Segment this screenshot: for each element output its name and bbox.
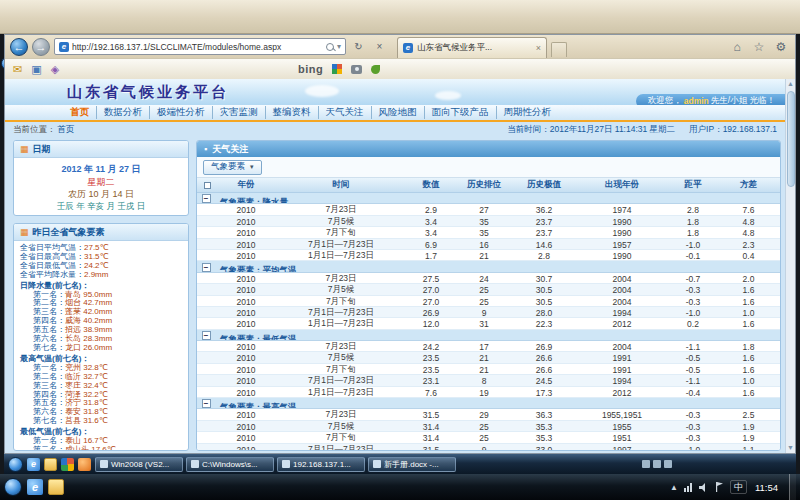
table-row[interactable]: − 2010 7月1日—7月23日 26.9 9 28.0 199: [197, 307, 780, 318]
favorites-star-icon[interactable]: ☆: [750, 40, 768, 54]
action-center-flag-icon[interactable]: [715, 482, 724, 492]
menu-item[interactable]: 风险地图: [371, 106, 424, 119]
cell-extreme: 30.7: [513, 274, 575, 284]
stop-button[interactable]: ×: [371, 38, 388, 55]
column-header[interactable]: 时间: [275, 179, 407, 191]
bing-logo[interactable]: bing: [298, 63, 323, 75]
table-row[interactable]: − 2010 7月1日—7月23日 6.9 16 14.6 195: [197, 239, 780, 250]
back-button[interactable]: ←: [10, 38, 28, 56]
table-row[interactable]: − 2010 7月下旬 31.4 25 35.3 1951: [197, 432, 780, 443]
column-header[interactable]: 出现年份: [575, 179, 669, 191]
apps-icon[interactable]: [61, 458, 74, 471]
search-icon[interactable]: [326, 43, 334, 51]
table-row[interactable]: − 2010 1月1日—7月23日 12.0 31 22.3 20: [197, 318, 780, 329]
table-row[interactable]: − 2010 7月下旬 23.5 21 26.6 1991: [197, 364, 780, 375]
image-addon-icon[interactable]: ▣: [31, 63, 41, 76]
element-dropdown-button[interactable]: 气象要素 ▾: [203, 160, 262, 175]
tools-gear-icon[interactable]: ⚙: [772, 40, 790, 54]
menu-item[interactable]: 面向下级产品: [424, 106, 496, 119]
menu-item[interactable]: 数据分析: [96, 106, 149, 119]
new-tab-button[interactable]: [551, 42, 567, 57]
group-expander-icon[interactable]: −: [202, 263, 211, 272]
summary-label: 全省平均降水量：: [20, 271, 84, 280]
mail-icon[interactable]: ✉: [13, 63, 22, 76]
browser-tab[interactable]: e 山东省气候业务平... ×: [397, 37, 547, 58]
menu-item[interactable]: 周期性分析: [496, 106, 559, 119]
remote-tray-icons[interactable]: [642, 460, 672, 468]
breadcrumb-value[interactable]: 首页: [58, 124, 75, 136]
folder-icon[interactable]: [44, 458, 57, 471]
start-button[interactable]: [8, 457, 23, 472]
volume-icon[interactable]: [699, 483, 709, 492]
address-bar[interactable]: e http://192.168.137.1/SLCCLIMATE/module…: [54, 38, 346, 55]
group-expander-icon[interactable]: −: [202, 399, 211, 408]
home-icon[interactable]: ⌂: [728, 40, 746, 54]
taskbar-window-button[interactable]: 新手册.docx -...: [368, 457, 456, 472]
table-row[interactable]: − 2010 7月5候 23.5 21 26.6 1991: [197, 352, 780, 363]
scroll-down-icon[interactable]: ▼: [787, 443, 794, 453]
table-row[interactable]: − 2010 7月23日 31.5 29 36.3 1955,19: [197, 409, 780, 420]
camera-addon-icon[interactable]: [351, 65, 362, 74]
refresh-button[interactable]: ↻: [350, 38, 367, 55]
clock[interactable]: 11:54: [755, 482, 778, 493]
table-row[interactable]: − 2010 7月1日—7月23日 31.5 9 33.0 199: [197, 444, 780, 450]
table-row[interactable]: − 2010 1月1日—7月23日 7.6 19 17.3 201: [197, 387, 780, 398]
table-row[interactable]: − 2010 7月5候 31.4 25 35.3 1955: [197, 421, 780, 432]
language-indicator[interactable]: 中: [730, 480, 747, 494]
scroll-up-icon[interactable]: ▲: [787, 79, 794, 89]
select-all-checkbox[interactable]: [204, 182, 211, 189]
column-header[interactable]: 历史极值: [513, 179, 575, 191]
table-row[interactable]: − 2010 7月1日—7月23日 23.1 8 24.5 199: [197, 375, 780, 386]
menu-item[interactable]: 整编资料: [265, 106, 318, 119]
taskbar-window-button[interactable]: 192.168.137.1...: [277, 457, 365, 472]
menu-item[interactable]: 天气关注: [318, 106, 371, 119]
apps-grid-icon[interactable]: [332, 64, 342, 74]
media-player-icon[interactable]: [78, 458, 91, 471]
taskbar-window-button[interactable]: Win2008 (VS2...: [95, 457, 183, 472]
table-row[interactable]: − 2010 7月5候 3.4 35 23.7 1990: [197, 216, 780, 227]
table-row[interactable]: − 2010 7月下旬 27.0 25 30.5 2004: [197, 296, 780, 307]
autocomplete-dropdown-icon[interactable]: ▾: [337, 42, 341, 51]
column-header[interactable]: 数值: [407, 179, 455, 191]
host-ie-icon[interactable]: e: [27, 479, 43, 495]
table-row[interactable]: − 气象要素：降水量: [197, 193, 780, 204]
table-row[interactable]: − 2010 7月5候 27.0 25 30.5 2004: [197, 284, 780, 295]
network-icon[interactable]: [684, 483, 693, 492]
taskbar-window-button[interactable]: C:\Windows\s...: [186, 457, 274, 472]
tray-expand-icon[interactable]: ▲: [670, 483, 678, 492]
table-row[interactable]: − 2010 7月23日 27.5 24 30.7 2004: [197, 273, 780, 284]
menu-item[interactable]: 灾害监测: [212, 106, 265, 119]
show-desktop-button[interactable]: [789, 474, 796, 500]
window-button-label: C:\Windows\s...: [202, 460, 258, 469]
table-row[interactable]: − 2010 7月23日 24.2 17 26.9 2004: [197, 341, 780, 352]
column-header[interactable]: 历史排位: [455, 179, 513, 191]
page-scrollbar[interactable]: ▲ ▼: [785, 79, 795, 453]
group-expander-icon[interactable]: −: [202, 194, 211, 203]
ie-icon[interactable]: e: [27, 458, 40, 471]
leaf-addon-icon[interactable]: [371, 65, 380, 74]
addon-diamond-icon[interactable]: ◈: [51, 63, 59, 76]
menu-item[interactable]: 极端性分析: [149, 106, 212, 119]
table-row[interactable]: − 气象要素：平均气温: [197, 261, 780, 272]
column-header[interactable]: 距平: [669, 179, 717, 191]
url-text[interactable]: http://192.168.137.1/SLCCLIMATE/modules/…: [72, 42, 323, 52]
table-row[interactable]: − 2010 7月下旬 3.4 35 23.7 1990: [197, 227, 780, 238]
cell-extreme-year: 1990: [575, 251, 669, 261]
forward-button[interactable]: →: [32, 38, 50, 56]
tab-close-icon[interactable]: ×: [536, 43, 541, 53]
table-row[interactable]: − 气象要素：最高气温: [197, 398, 780, 409]
host-folder-icon[interactable]: [48, 479, 64, 495]
cell-rank: 9: [455, 445, 513, 450]
menu-item[interactable]: 首页: [63, 106, 96, 119]
table-row[interactable]: − 2010 1月1日—7月23日 1.7 21 2.8 1990: [197, 250, 780, 261]
table-row[interactable]: − 2010 7月23日 2.9 27 36.2 1974: [197, 204, 780, 215]
column-header[interactable]: 方差: [717, 179, 780, 191]
group-expander-icon[interactable]: −: [202, 331, 211, 340]
scrollbar-thumb[interactable]: [787, 91, 795, 187]
host-start-button[interactable]: [4, 478, 22, 496]
table-row[interactable]: − 气象要素：最低气温: [197, 330, 780, 341]
column-header[interactable]: 年份: [217, 179, 275, 191]
weather-panel-icon: ▦: [20, 227, 29, 237]
calendar-icon: ▦: [20, 144, 29, 154]
cell-variance: 1.6: [717, 365, 780, 375]
